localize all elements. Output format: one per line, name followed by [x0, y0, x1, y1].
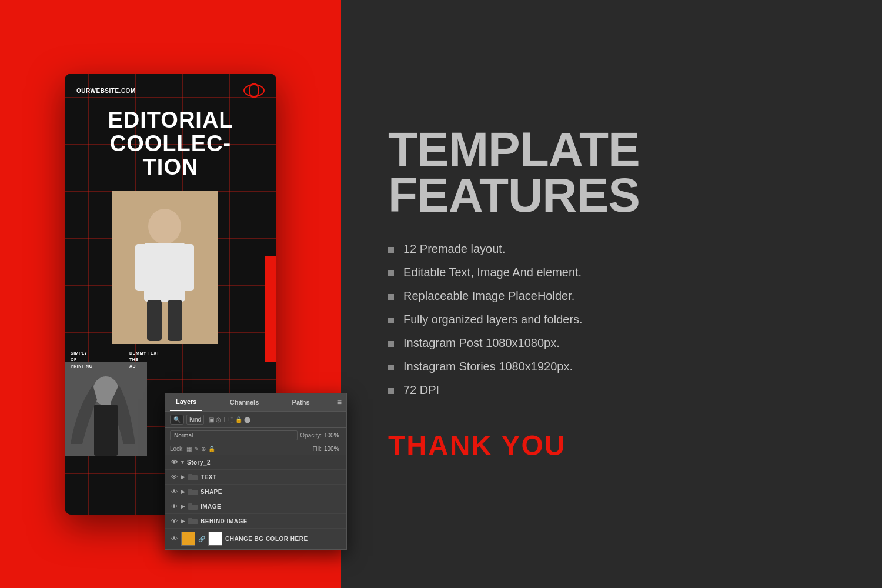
layer-item-bg-color[interactable]: 👁 🔗 CHANGE BG COLOR HERE [165, 529, 346, 549]
phone-dummy-text-1: SIMPLYOFPRINTING [71, 350, 92, 370]
expand-icon-shape[interactable]: ▶ [181, 489, 185, 495]
features-list: 12 Premade layout. Editable Text, Image … [388, 241, 835, 406]
layers-kind-dropdown[interactable]: Kind [186, 415, 204, 425]
feature-bullet-5 [388, 341, 394, 347]
filter-pixel-icon[interactable]: ▣ [209, 416, 214, 423]
lock-pixels-icon[interactable]: ▦ [186, 446, 192, 452]
feature-text-3: Replaceable Image PlaceHolder. [403, 288, 574, 303]
feature-bullet-1 [388, 247, 394, 253]
folder-icon-behind-image [188, 517, 198, 524]
feature-bullet-3 [388, 294, 394, 300]
expand-icon-image[interactable]: ▶ [181, 503, 185, 509]
eye-icon-bg-color[interactable]: 👁 [170, 534, 178, 543]
eye-icon-shape[interactable]: 👁 [170, 487, 178, 496]
layer-name-shape: SHAPE [201, 489, 342, 495]
layer-mask-thumbnail [208, 532, 222, 546]
feature-text-2: Editable Text, Image And element. [403, 265, 582, 280]
feature-item-1: 12 Premade layout. [388, 241, 835, 256]
right-panel: TEMPLATE FEATURES 12 Premade layout. Edi… [341, 0, 882, 588]
eye-icon-text[interactable]: 👁 [170, 473, 178, 481]
feature-bullet-2 [388, 270, 394, 276]
svg-point-1 [148, 209, 181, 244]
layers-panel[interactable]: Layers Channels Paths ≡ 🔍 Kind ▣ ◎ T ⬚ 🔒… [165, 393, 347, 550]
feature-item-6: Instagram Stories 1080x1920px. [388, 359, 835, 374]
eye-icon-image[interactable]: 👁 [170, 502, 178, 510]
phone-title-line3: TION [65, 156, 276, 179]
model-bottom-image [65, 362, 147, 456]
feature-bullet-4 [388, 318, 394, 323]
tab-channels[interactable]: Channels [224, 394, 265, 410]
feature-text-1: 12 Premade layout. [403, 241, 505, 256]
layers-search-box[interactable]: 🔍 [170, 415, 184, 425]
folder-icon-text [188, 473, 198, 480]
model-main-image [112, 191, 218, 344]
tab-paths[interactable]: Paths [286, 394, 316, 410]
layers-menu-icon[interactable]: ≡ [337, 397, 342, 407]
layer-item-shape[interactable]: 👁 ▶ SHAPE [165, 485, 346, 499]
layer-item-text[interactable]: 👁 ▶ TEXT [165, 470, 346, 485]
svg-rect-15 [188, 503, 192, 506]
thank-you-text: THANK YOU [388, 429, 835, 462]
model-figure [112, 191, 218, 344]
svg-rect-2 [144, 243, 185, 302]
blend-mode-dropdown[interactable]: Normal [170, 430, 298, 440]
filter-type-icon[interactable]: T [223, 416, 226, 423]
feature-item-2: Editable Text, Image And element. [388, 265, 835, 280]
svg-rect-6 [168, 300, 182, 341]
template-title: TEMPLATE FEATURES [388, 126, 835, 218]
lock-all-icon[interactable]: 🔒 [208, 446, 215, 452]
svg-rect-9 [94, 405, 118, 456]
svg-rect-3 [135, 244, 147, 291]
lock-label: Lock: [170, 446, 184, 452]
phone-header: OURWEBSITE.COM [65, 74, 276, 103]
feature-bullet-6 [388, 365, 394, 370]
expand-icon-behind-image[interactable]: ▶ [181, 518, 185, 524]
folder-icon-image [188, 503, 198, 510]
phone-title-line2: COOLLEC- [65, 132, 276, 156]
feature-item-4: Fully organized layers and folders. [388, 312, 835, 327]
lock-artboard-icon[interactable]: ⊕ [201, 446, 206, 452]
search-icon: 🔍 [173, 416, 181, 423]
template-title-line2: FEATURES [388, 172, 835, 218]
layers-filter-toolbar: 🔍 Kind ▣ ◎ T ⬚ 🔒 ⬤ [165, 412, 346, 428]
feature-item-3: Replaceable Image PlaceHolder. [388, 288, 835, 303]
phone-mockup: OURWEBSITE.COM EDITORIAL COOLLEC- TION [65, 74, 276, 514]
eye-icon-behind-image[interactable]: 👁 [170, 517, 178, 525]
template-title-line1: TEMPLATE [388, 126, 835, 172]
tab-layers[interactable]: Layers [170, 393, 202, 411]
layer-item-story2[interactable]: 👁 ▾ Story_2 [165, 455, 346, 470]
filter-shape-icon[interactable]: ⬚ [228, 416, 233, 423]
layers-lock-row: Lock: ▦ ✎ ⊕ 🔒 Fill: 100% [165, 443, 346, 455]
opacity-label: Opacity: [300, 432, 322, 439]
feature-item-7: 72 DPI [388, 382, 835, 397]
svg-rect-4 [182, 244, 194, 291]
fill-value[interactable]: 100% [324, 446, 342, 452]
expand-icon-text[interactable]: ▶ [181, 474, 185, 480]
layer-item-image[interactable]: 👁 ▶ IMAGE [165, 499, 346, 514]
chain-icon: 🔗 [198, 536, 205, 542]
layer-name-image: IMAGE [201, 503, 342, 510]
svg-rect-5 [147, 300, 162, 341]
color-swatch-orange [181, 532, 195, 546]
layers-mode-row: Normal Opacity: 100% [165, 428, 346, 443]
layer-name-bg-color: CHANGE BG COLOR HERE [225, 536, 342, 542]
layer-name-behind-image: BEHIND IMAGE [201, 518, 342, 524]
feature-text-5: Instagram Post 1080x1080px. [403, 335, 560, 350]
expand-icon-story2[interactable]: ▾ [181, 459, 184, 465]
layers-filter-icons: ▣ ◎ T ⬚ 🔒 ⬤ [209, 416, 250, 423]
filter-smart-icon[interactable]: 🔒 [235, 416, 242, 423]
phone-dummy-text-2: DUMMY TEXTTHEAD [129, 350, 159, 370]
filter-circle-icon[interactable]: ⬤ [244, 416, 250, 423]
svg-rect-13 [188, 489, 192, 491]
filter-adjust-icon[interactable]: ◎ [216, 416, 221, 423]
eye-icon-story2[interactable]: 👁 [170, 458, 178, 466]
layer-item-behind-image[interactable]: 👁 ▶ BEHIND IMAGE [165, 514, 346, 529]
layer-name-story2: Story_2 [187, 459, 342, 466]
fill-label: Fill: [312, 446, 322, 452]
feature-text-4: Fully organized layers and folders. [403, 312, 583, 327]
opacity-value[interactable]: 100% [324, 432, 342, 439]
svg-rect-17 [188, 518, 192, 520]
phone-title: EDITORIAL COOLLEC- TION [65, 109, 276, 179]
folder-icon-shape [188, 488, 198, 495]
lock-position-icon[interactable]: ✎ [194, 446, 199, 452]
